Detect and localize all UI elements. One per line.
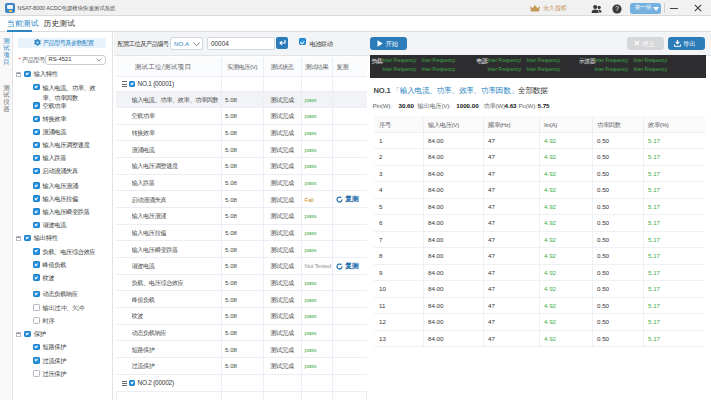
svg-text:?: ?: [615, 5, 619, 12]
